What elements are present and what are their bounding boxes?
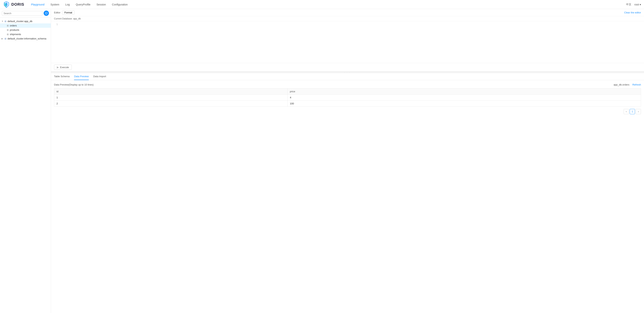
main-layout: ▼ ⊞ default_cluster:app_db ▶ ⊞ orders ▶ … (0, 9, 644, 313)
database-icon: ⊞ (4, 20, 6, 23)
nav-system[interactable]: System (50, 2, 60, 7)
nav-session[interactable]: Session (96, 2, 107, 7)
current-db-label: Current Database: app_db (51, 16, 644, 21)
current-page-button[interactable]: 1 (630, 109, 635, 114)
sql-editor-input[interactable] (59, 23, 641, 61)
cell-id-2: 2 (54, 100, 288, 107)
preview-header: Data Preview(Display up to 10 lines) app… (54, 83, 641, 86)
next-page-button[interactable]: › (636, 109, 641, 114)
nav-right: 中文 root ▾ (626, 3, 641, 6)
line-number-1: 1 (54, 23, 58, 26)
lang-button[interactable]: 中文 (626, 3, 631, 6)
preview-right: app_db.orders Refresh (614, 83, 641, 86)
play-icon: ▶ (57, 66, 59, 69)
database-icon-info: ⊞ (4, 38, 6, 40)
preview-title: Data Preview(Display up to 10 lines) (54, 83, 94, 86)
sidebar: ▼ ⊞ default_cluster:app_db ▶ ⊞ orders ▶ … (0, 9, 51, 313)
tree-node-shipments[interactable]: ▶ ⊞ shipments (0, 32, 51, 36)
table-row: 1 4 (54, 94, 641, 100)
preview-table-name: app_db.orders (614, 83, 630, 86)
tab-data-preview[interactable]: Data Preview (74, 73, 88, 80)
user-menu[interactable]: root ▾ (634, 3, 641, 6)
col-header-price: price (288, 88, 641, 94)
tree-label-orders: orders (10, 24, 17, 27)
editor-body: 1 (51, 21, 644, 63)
tree-node-app-db[interactable]: ▼ ⊞ default_cluster:app_db (0, 19, 51, 24)
logo-area: DORIS (3, 1, 24, 8)
tree-node-orders[interactable]: ▶ ⊞ orders (0, 24, 51, 28)
cell-price-1: 4 (288, 94, 641, 100)
cell-price-2: 100 (288, 100, 641, 107)
table-icon-shipments: ⊞ (7, 33, 9, 36)
editor-section: Editor Format Clear the editor Current D… (51, 9, 644, 72)
cell-id-1: 1 (54, 94, 288, 100)
nav-playground[interactable]: Playground (30, 2, 45, 7)
col-header-id: id (54, 88, 288, 94)
table-header-row: id price (54, 88, 641, 94)
tree-arrow-icon: ▼ (2, 20, 4, 22)
tree-label-shipments: shipments (10, 33, 21, 36)
editor-tab[interactable]: Editor (54, 11, 60, 14)
tree-label-app-db: default_cluster:app_db (8, 20, 32, 23)
bottom-panel: Table Schema Data Preview Data Import Da… (51, 73, 644, 313)
execute-button[interactable]: ▶ Execute (54, 64, 72, 70)
tree-arrow-info-icon: ▶ (2, 38, 4, 40)
divider-handle[interactable]: · · · (51, 72, 644, 73)
table-icon-orders: ⊞ (7, 24, 9, 27)
top-nav: DORIS Playground System Log QueryProfile… (0, 0, 644, 9)
refresh-icon (45, 12, 48, 14)
format-button[interactable]: Format (62, 10, 74, 14)
doris-logo-icon (3, 1, 10, 8)
table-icon-products: ⊞ (7, 29, 9, 31)
pagination: ‹ 1 › (54, 107, 641, 114)
refresh-button[interactable]: Refresh (632, 83, 641, 86)
logo-text: DORIS (11, 2, 24, 6)
content-area: Editor Format Clear the editor Current D… (51, 9, 644, 313)
data-table: id price 1 4 2 100 (54, 88, 641, 107)
prev-page-button[interactable]: ‹ (624, 109, 629, 114)
tree-area: ▼ ⊞ default_cluster:app_db ▶ ⊞ orders ▶ … (0, 18, 51, 313)
panel-tabs: Table Schema Data Preview Data Import (51, 73, 644, 80)
tree-node-info-schema[interactable]: ▶ ⊞ default_cluster:information_schema (0, 36, 51, 41)
clear-editor-button[interactable]: Clear the editor (624, 11, 641, 14)
svg-marker-3 (47, 12, 48, 13)
tab-data-import[interactable]: Data Import (93, 73, 106, 80)
tab-table-schema[interactable]: Table Schema (54, 73, 70, 80)
execute-bar: ▶ Execute (51, 63, 644, 71)
line-numbers: 1 (54, 23, 58, 61)
nav-log[interactable]: Log (64, 2, 70, 7)
sidebar-refresh-button[interactable] (44, 10, 49, 16)
execute-label: Execute (60, 66, 69, 69)
search-area (0, 9, 51, 18)
tree-node-products[interactable]: ▶ ⊞ products (0, 28, 51, 32)
editor-toolbar: Editor Format Clear the editor (51, 9, 644, 16)
nav-configuration[interactable]: Configuration (111, 2, 128, 7)
tree-label-info-schema: default_cluster:information_schema (8, 37, 46, 40)
table-row: 2 100 (54, 100, 641, 107)
panel-content: Data Preview(Display up to 10 lines) app… (51, 80, 644, 313)
nav-queryprofile[interactable]: QueryProfile (75, 2, 91, 7)
tree-label-products: products (10, 28, 19, 31)
search-input[interactable] (2, 11, 42, 16)
